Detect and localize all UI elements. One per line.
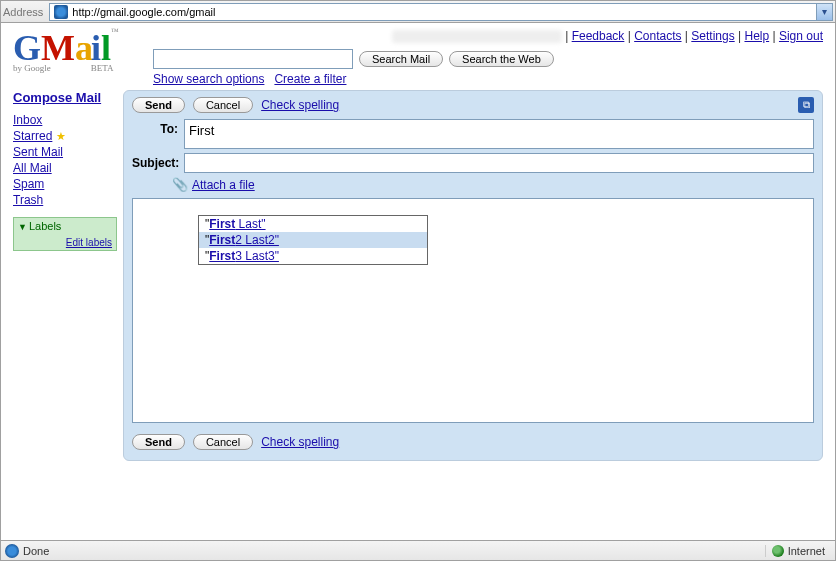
help-link[interactable]: Help	[744, 29, 769, 43]
compose-panel: ⧉ Send Cancel Check spelling To: Subject…	[123, 90, 823, 461]
page-content: GMail™ by GoogleBETA | Feedback | Contac…	[1, 23, 835, 540]
suggestion-item[interactable]: "First3 Last3"	[199, 248, 427, 264]
check-spelling-link-bottom[interactable]: Check spelling	[261, 435, 339, 449]
attach-file-link[interactable]: Attach a file	[192, 178, 255, 192]
search-mail-button[interactable]: Search Mail	[359, 51, 443, 67]
to-input[interactable]	[184, 119, 814, 149]
sidebar: Compose Mail Inbox Starred ★ Sent Mail A…	[13, 90, 123, 461]
search-web-button[interactable]: Search the Web	[449, 51, 554, 67]
subject-input[interactable]	[184, 153, 814, 173]
logo-byline: by Google	[13, 63, 51, 73]
labels-collapse-icon[interactable]: ▼	[18, 222, 27, 232]
address-url-text: http://gmail.google.com/gmail	[72, 6, 215, 18]
page-icon	[54, 5, 68, 19]
to-label: To:	[132, 119, 184, 136]
contacts-link[interactable]: Contacts	[634, 29, 681, 43]
labels-box: ▼Labels Edit labels	[13, 217, 117, 251]
logo-beta: BETA	[91, 63, 114, 73]
check-spelling-link-top[interactable]: Check spelling	[261, 98, 339, 112]
suggestion-item[interactable]: "First Last"	[199, 216, 427, 232]
cancel-button-top[interactable]: Cancel	[193, 97, 253, 113]
nav-spam[interactable]: Spam	[13, 177, 117, 191]
cancel-button-bottom[interactable]: Cancel	[193, 434, 253, 450]
popout-icon[interactable]: ⧉	[798, 97, 814, 113]
star-icon: ★	[56, 130, 66, 142]
send-button-top[interactable]: Send	[132, 97, 185, 113]
user-email-blurred	[392, 30, 562, 43]
address-url-field[interactable]: http://gmail.google.com/gmail	[49, 3, 817, 21]
nav-inbox[interactable]: Inbox	[13, 113, 117, 127]
show-search-options-link[interactable]: Show search options	[153, 72, 264, 86]
internet-zone-icon	[772, 545, 784, 557]
signout-link[interactable]: Sign out	[779, 29, 823, 43]
settings-link[interactable]: Settings	[691, 29, 734, 43]
labels-header: Labels	[29, 220, 61, 232]
address-label: Address	[3, 6, 43, 18]
top-links: | Feedback | Contacts | Settings | Help …	[153, 27, 823, 49]
edit-labels-link[interactable]: Edit labels	[66, 237, 112, 248]
contact-suggestions: "First Last" "First2 Last2" "First3 Last…	[198, 215, 428, 265]
internet-zone-label: Internet	[788, 545, 825, 557]
browser-address-bar: Address http://gmail.google.com/gmail ▾	[1, 1, 835, 23]
address-dropdown-button[interactable]: ▾	[817, 3, 833, 21]
nav-starred[interactable]: Starred	[13, 129, 52, 143]
suggestion-item[interactable]: "First2 Last2"	[199, 232, 427, 248]
feedback-link[interactable]: Feedback	[572, 29, 625, 43]
status-text: Done	[23, 545, 49, 557]
nav-sent[interactable]: Sent Mail	[13, 145, 117, 159]
create-filter-link[interactable]: Create a filter	[274, 72, 346, 86]
browser-status-bar: Done Internet	[1, 540, 835, 560]
status-page-icon	[5, 544, 19, 558]
gmail-logo: GMail™ by GoogleBETA	[13, 27, 153, 73]
nav-allmail[interactable]: All Mail	[13, 161, 117, 175]
attachment-icon: 📎	[172, 177, 188, 192]
send-button-bottom[interactable]: Send	[132, 434, 185, 450]
nav-trash[interactable]: Trash	[13, 193, 117, 207]
search-input[interactable]	[153, 49, 353, 69]
subject-label: Subject:	[132, 153, 184, 170]
compose-mail-link[interactable]: Compose Mail	[13, 90, 101, 105]
